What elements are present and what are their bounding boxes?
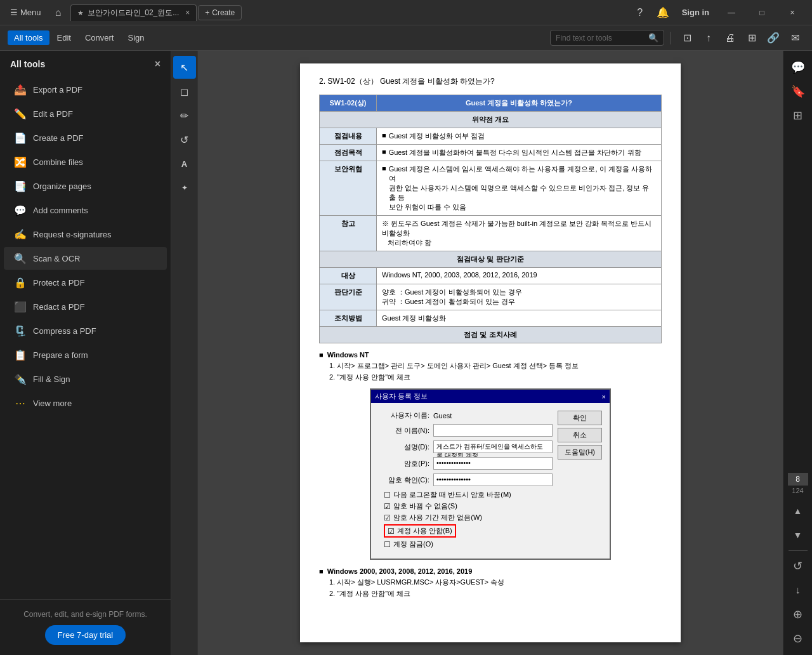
dialog-close-icon: × (602, 393, 606, 400)
table-row: 대상 Windows NT, 2000, 2003, 2008, 2012, 2… (320, 268, 662, 284)
search-box[interactable]: Find text or tools 🔍 (550, 30, 664, 46)
menu-button[interactable]: ☰ Menu (5, 5, 46, 20)
tab-close-button[interactable]: × (185, 8, 190, 17)
sidebar-item-compress-pdf[interactable]: 🗜️ Compress a PDF (4, 319, 167, 342)
print-button[interactable]: 🖨 (721, 29, 740, 48)
sidebar-item-label: Redact a PDF (33, 302, 85, 312)
zoom-in-button[interactable]: ⊕ (787, 603, 809, 626)
download-button[interactable]: ↓ (787, 579, 809, 602)
organize-pages-icon: 📑 (14, 180, 27, 192)
dialog-ok-button[interactable]: 확인 (558, 411, 602, 425)
convert-tab[interactable]: Convert (79, 30, 121, 45)
minimize-button[interactable]: — (717, 3, 746, 23)
edit-tab[interactable]: Edit (51, 30, 77, 45)
text-tool-button[interactable]: A (173, 152, 196, 175)
comments-panel-button[interactable]: 💬 (787, 56, 809, 79)
sidebar-item-label: Export a PDF (33, 85, 82, 95)
topbar-right: ? 🔔 Sign in (631, 4, 714, 22)
sign-tab[interactable]: Sign (121, 30, 150, 45)
all-tools-tab[interactable]: All tools (8, 30, 49, 45)
sidebar-item-request-esignatures[interactable]: ✍️ Request e-signatures (4, 223, 167, 246)
table-row: 점검내용 ■ Guest 계정 비활성화 여부 점검 (320, 128, 662, 145)
windows-nt-steps: 1. 시작> 프로그램> 관리 도구> 도메인 사용자 관리> Guest 계정… (329, 361, 662, 382)
dialog-box: 사용자 등록 정보 × 사용자 이름: Guest (370, 388, 611, 560)
close-button[interactable]: × (778, 3, 807, 23)
sidebar-item-protect-pdf[interactable]: 🔒 Protect a PDF (4, 271, 167, 294)
protect-pdf-icon: 🔒 (14, 276, 27, 289)
sidebar: All tools × 📤 Export a PDF ✏️ Edit a PDF… (0, 51, 171, 655)
highlighted-checkbox: ☑ 계정 사용 안함(B) (384, 524, 456, 538)
table-row: SW1-02(상) Guest 계정을 비활성화 하였는가? (320, 95, 662, 112)
toolbar: All tools Edit Convert Sign Find text or… (0, 25, 812, 51)
sign-tool-button[interactable]: ✦ (173, 176, 196, 199)
dialog-help-button[interactable]: 도움말(H) (558, 445, 602, 460)
dialog-description-input[interactable]: 게스트가 컴퓨터/도메인을 액세스하도록 대정된 계정 (433, 440, 553, 453)
bookmarks-panel-button[interactable]: 🔖 (787, 80, 809, 103)
sidebar-item-label: Combine files (33, 157, 83, 167)
toolbar-divider (671, 32, 671, 44)
refresh-button[interactable]: ↺ (787, 555, 809, 578)
table-row: 위약점 개요 (320, 112, 662, 128)
home-button[interactable]: ⌂ (49, 3, 68, 22)
row-content-criteria: 양호 ：Guest 계정이 비활성화되어 있는 경우 귀약 ：Guest 계정이… (377, 284, 662, 310)
help-button[interactable]: ? (631, 4, 649, 22)
sidebar-item-export-pdf[interactable]: 📤 Export a PDF (4, 78, 167, 101)
zoom-out-button[interactable]: ⊖ (787, 627, 809, 650)
sidebar-item-fill-sign[interactable]: ✒️ Fill & Sign (4, 367, 167, 390)
pdf-viewer[interactable]: 2. SW1-02（상） Guest 계정을 비활성화 하였는가? SW1-02… (198, 51, 783, 655)
new-tab-button[interactable]: + Create (198, 5, 242, 20)
total-pages: 124 (788, 486, 808, 496)
comment-tool-button[interactable]: ◻ (173, 80, 196, 103)
sidebar-item-combine-files[interactable]: 🔀 Combine files (4, 150, 167, 173)
section3-title: 점검 및 조치사례 (320, 327, 662, 343)
grid-panel-button[interactable]: ⊞ (787, 104, 809, 127)
menu-label: Menu (20, 8, 41, 17)
pdf-title-text: 2. SW1-02（상） Guest 계정을 비활성화 하였는가? (319, 77, 495, 86)
current-page: 8 (788, 473, 808, 486)
cloud-upload-button[interactable]: ↑ (699, 29, 718, 48)
sidebar-item-redact-pdf[interactable]: ⬛ Redact a PDF (4, 295, 167, 318)
sidebar-item-prepare-form[interactable]: 📋 Prepare a form (4, 343, 167, 366)
table-row: 조치방법 Guest 계정 비활성화 (320, 310, 662, 327)
sign-in-button[interactable]: Sign in (677, 5, 714, 20)
window-controls: — □ × (717, 3, 807, 23)
free-trial-button[interactable]: Free 7-day trial (45, 625, 126, 645)
dialog-body: 사용자 이름: Guest 전 이름(N): 설명(D): (371, 403, 610, 559)
search-icon: 🔍 (648, 33, 658, 43)
sidebar-item-view-more[interactable]: ⋯ View more (4, 392, 167, 414)
sidebar-item-create-pdf[interactable]: 📄 Create a PDF (4, 126, 167, 149)
page-up-button[interactable]: ▲ (787, 500, 809, 522)
step-item: 2. "계정 사용 안함"에 체크 (329, 589, 662, 599)
add-tab-label: Create (212, 8, 235, 17)
dialog-confirm-input[interactable]: •••••••••••••• (433, 473, 553, 486)
sidebar-item-organize-pages[interactable]: 📑 Organize pages (4, 175, 167, 197)
dialog-fullname-input[interactable] (433, 424, 553, 437)
page-down-button[interactable]: ▼ (787, 524, 809, 546)
view-toggle-button[interactable]: ⊡ (678, 29, 697, 48)
dialog-cancel-button[interactable]: 취소 (558, 428, 602, 442)
maximize-button[interactable]: □ (747, 3, 776, 23)
tab-area: ★ 보안가이드라인_02_윈도... × + Create (70, 4, 629, 21)
dialog-checkbox-must-change: ☐ 다음 로그온할 때 반드시 암호 바꿈(M) (379, 490, 553, 500)
windows-2000-steps: 1. 시작> 실행> LUSRMGR.MSC> 사용자>GUEST> 속성 2.… (329, 578, 662, 599)
sidebar-item-add-comments[interactable]: 💬 Add comments (4, 199, 167, 222)
link-button[interactable]: 🔗 (764, 29, 783, 48)
table-row: 점검목적 ■ Guest 계정을 비활성화하여 불특정 다수의 임시적인 시스템… (320, 145, 662, 161)
sidebar-item-scan-ocr[interactable]: 🔍 Scan & OCR (4, 247, 167, 270)
email-button[interactable]: ✉ (785, 29, 804, 48)
grid-view-button[interactable]: ⊞ (742, 29, 761, 48)
notifications-button[interactable]: 🔔 (654, 4, 672, 22)
active-tab[interactable]: ★ 보안가이드라인_02_윈도... × (70, 4, 197, 21)
sidebar-item-label: Scan & OCR (33, 254, 80, 263)
select-tool-button[interactable]: ↖ (173, 56, 196, 79)
pen-tool-button[interactable]: ✏ (173, 104, 196, 127)
sidebar-close-button[interactable]: × (155, 58, 160, 70)
rotate-tool-button[interactable]: ↺ (173, 128, 196, 151)
table-row: 참고 ※ 윈도우즈 Guest 계정은 삭제가 불가능한 built-in 계정… (320, 216, 662, 251)
export-pdf-icon: 📤 (14, 83, 27, 96)
pdf-content: 2. SW1-02（상） Guest 계정을 비활성화 하였는가? SW1-02… (300, 63, 681, 611)
sidebar-item-edit-pdf[interactable]: ✏️ Edit a PDF (4, 102, 167, 125)
row-content-check-purpose: ■ Guest 계정을 비활성화하여 불특정 다수의 임시적인 시스템 접근을 … (377, 145, 662, 161)
windows-2000-section: ■ Windows 2000, 2003, 2008, 2012, 2016, … (319, 567, 662, 599)
dialog-password-input[interactable]: •••••••••••••• (433, 457, 553, 470)
